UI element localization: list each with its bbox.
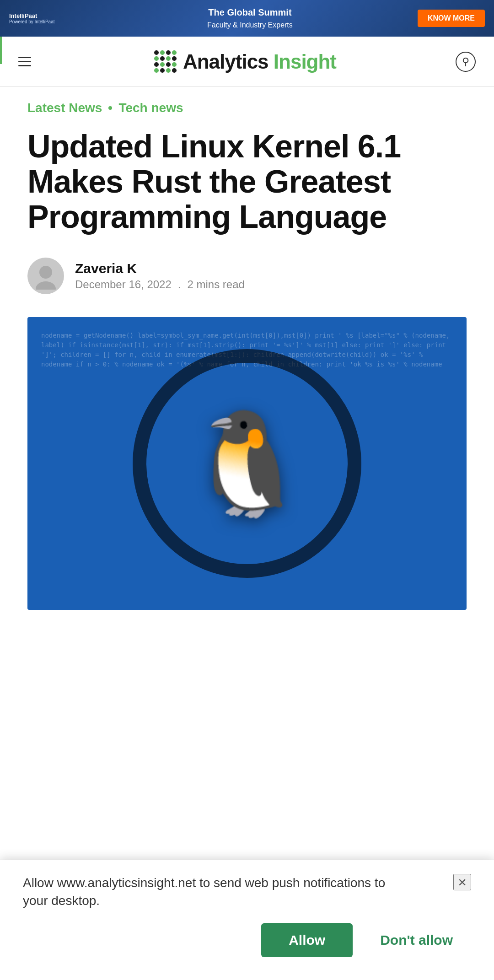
banner-sub-text: Faculty & Industry Experts	[207, 21, 293, 29]
allow-button[interactable]: Allow	[261, 923, 353, 957]
logo-text-analytics: Analytics	[183, 50, 268, 73]
logo-dot	[160, 68, 165, 73]
banner-cta-button[interactable]: Know More	[418, 10, 485, 27]
author-row: Zaveria K December 16, 2022 . 2 mins rea…	[27, 258, 467, 294]
logo-dot	[166, 50, 171, 55]
hamburger-line-2	[18, 61, 31, 62]
article-date: December 16, 2022	[75, 278, 172, 291]
svg-point-0	[39, 266, 52, 279]
site-header: Analytics Insight ⚲	[0, 37, 494, 87]
breadcrumb-latest-news[interactable]: Latest News	[27, 101, 102, 115]
logo-dot	[154, 68, 159, 73]
notification-text: Allow www.analyticsinsight.net to send w…	[23, 874, 398, 910]
breadcrumb-separator	[108, 106, 112, 110]
logo-dot	[166, 62, 171, 67]
banner-logo-title: IntelliPaat	[9, 12, 37, 20]
logo-dots-grid	[154, 50, 177, 73]
dont-allow-button[interactable]: Don't allow	[362, 923, 471, 957]
article-read-time: 2 mins read	[187, 278, 244, 291]
notification-actions: Allow Don't allow	[23, 923, 471, 957]
breadcrumb: Latest News Tech news	[0, 87, 494, 124]
article-hero-image: nodename = getNodename() label=symbol_sy…	[27, 317, 467, 610]
search-button[interactable]: ⚲	[456, 52, 476, 72]
logo-dot	[160, 62, 165, 67]
hamburger-menu[interactable]	[18, 54, 35, 70]
article-title: Updated Linux Kernel 6.1 Makes Rust the …	[27, 129, 467, 235]
author-info: Zaveria K December 16, 2022 . 2 mins rea…	[75, 261, 245, 291]
site-logo[interactable]: Analytics Insight	[154, 50, 336, 73]
logo-dot	[172, 68, 177, 73]
logo-dot	[166, 56, 171, 61]
author-avatar	[27, 258, 64, 294]
logo-dot	[166, 68, 171, 73]
banner-main-text: The Global Summit	[208, 7, 291, 17]
logo-text-insight: Insight	[268, 50, 336, 73]
logo-dot	[172, 50, 177, 55]
logo-dot	[160, 50, 165, 55]
notification-header: Allow www.analyticsinsight.net to send w…	[23, 874, 471, 910]
linux-penguin-icon: 🐧	[184, 413, 310, 514]
notification-close-button[interactable]: ×	[453, 874, 471, 890]
hamburger-line-1	[18, 57, 31, 58]
author-meta: December 16, 2022 . 2 mins read	[75, 278, 245, 291]
banner-logo-sub: Powered by IntelliPaat	[9, 19, 55, 24]
logo-dot	[154, 56, 159, 61]
avatar-icon	[32, 262, 59, 290]
banner-center-text: The Global Summit Faculty & Industry Exp…	[82, 6, 418, 30]
logo-dot	[154, 62, 159, 67]
push-notification-bar: Allow www.analyticsinsight.net to send w…	[0, 860, 494, 980]
top-banner: IntelliPaat Powered by IntelliPaat The G…	[0, 0, 494, 37]
hamburger-line-3	[18, 65, 31, 66]
author-name: Zaveria K	[75, 261, 245, 276]
banner-logo: IntelliPaat Powered by IntelliPaat	[9, 12, 82, 25]
logo-text: Analytics Insight	[183, 50, 336, 73]
logo-dot	[154, 50, 159, 55]
accent-bar	[0, 37, 2, 64]
logo-dot	[172, 62, 177, 67]
article-main: Updated Linux Kernel 6.1 Makes Rust the …	[0, 124, 494, 628]
search-icon: ⚲	[462, 56, 469, 68]
breadcrumb-tech-news[interactable]: Tech news	[118, 101, 183, 115]
meta-separator: .	[178, 278, 181, 291]
logo-dot	[160, 56, 165, 61]
logo-dot	[172, 56, 177, 61]
svg-point-1	[36, 281, 56, 290]
notification-content: Allow www.analyticsinsight.net to send w…	[23, 874, 471, 957]
